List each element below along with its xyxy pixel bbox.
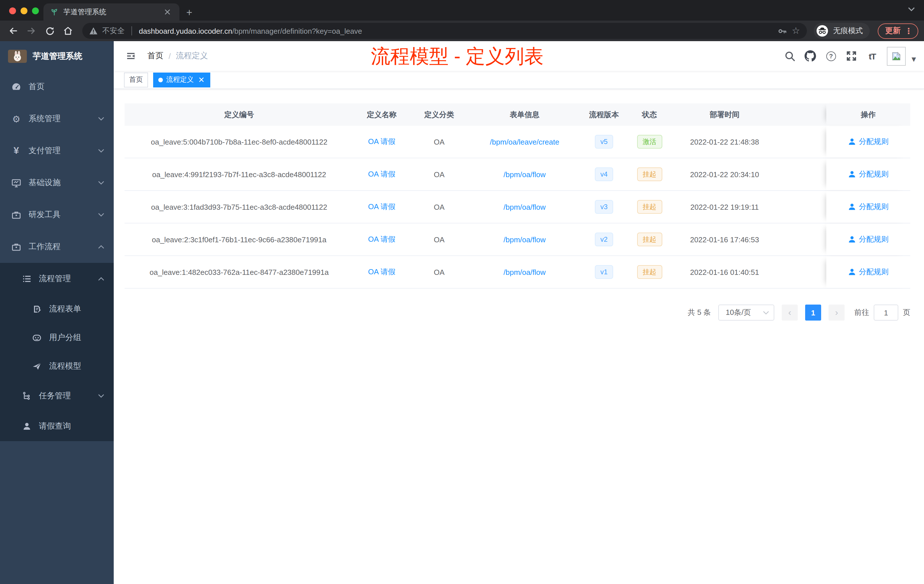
bookmark-star-icon[interactable]: ☆ (792, 26, 800, 35)
window-minimize-button[interactable] (21, 7, 27, 14)
sidebar-item-user-group[interactable]: 用户分组 (0, 323, 114, 352)
browser-tab[interactable]: 芋道管理系统 (43, 3, 180, 21)
page-annotation-title: 流程模型 - 定义列表 (371, 43, 543, 70)
page-size-value: 10条/页 (726, 307, 751, 318)
sidebar-item-label: 用户分组 (49, 333, 105, 343)
breadcrumb-home[interactable]: 首页 (147, 51, 163, 61)
deploy-time: 2022-01-22 21:48:38 (672, 137, 778, 146)
breadcrumb: 首页 / 流程定义 (147, 51, 208, 61)
sprout-favicon-icon (49, 7, 59, 17)
active-dot (158, 78, 163, 82)
form-link[interactable]: /bpm/oa/flow (503, 170, 545, 178)
assign-rule-button[interactable]: 分配规则 (848, 169, 889, 180)
col-header-category: 定义分类 (410, 109, 469, 120)
incognito-label: 无痕模式 (833, 26, 863, 36)
caret-down-icon[interactable]: ▼ (912, 56, 916, 62)
definition-name-link[interactable]: OA 请假 (368, 137, 395, 146)
back-button[interactable] (6, 23, 21, 38)
col-header-status: 状态 (627, 109, 672, 120)
definition-id: oa_leave:5:004b710b-7b8a-11ec-8ef0-acde4… (125, 137, 354, 146)
sidebar-item-label: 流程表单 (49, 304, 105, 314)
tag-label: 首页 (129, 75, 143, 84)
incognito-icon (816, 25, 828, 37)
sidebar-item-system[interactable]: ⚙ 系统管理 (0, 103, 114, 135)
sidebar-item-label: 请假查询 (39, 421, 105, 431)
tag-process-definition[interactable]: 流程定义 (153, 72, 210, 87)
version-badge: v3 (595, 200, 613, 214)
col-header-version: 流程版本 (581, 109, 627, 120)
help-icon[interactable]: ? (825, 50, 837, 62)
window-zoom-button[interactable] (32, 7, 39, 14)
col-header-name: 定义名称 (354, 109, 410, 120)
form-link[interactable]: /bpm/oa/leave/create (490, 137, 559, 146)
form-link[interactable]: /bpm/oa/flow (503, 203, 545, 211)
search-icon[interactable] (784, 50, 796, 62)
sidebar-item-payment[interactable]: ¥ 支付管理 (0, 135, 114, 167)
tag-close-icon[interactable] (197, 76, 205, 84)
address-bar[interactable]: 不安全 dashboard.yudao.iocoder.cn/bpm/manag… (82, 23, 807, 39)
tab-close-icon[interactable] (165, 9, 174, 15)
user-bust-icon (848, 268, 856, 276)
sidebar-item-devtools[interactable]: 研发工具 (0, 199, 114, 231)
url-path: /bpm/manager/definition?key=oa_leave (232, 26, 362, 35)
select-caret-icon (763, 310, 769, 315)
prev-page-button[interactable]: ‹ (782, 305, 798, 320)
new-tab-button[interactable]: + (186, 7, 192, 18)
fullscreen-icon[interactable] (846, 50, 858, 62)
tags-view-bar: 首页 流程定义 (114, 71, 924, 89)
tag-home[interactable]: 首页 (124, 72, 148, 87)
form-link[interactable]: /bpm/oa/flow (503, 268, 545, 276)
url-text[interactable]: dashboard.yudao.iocoder.cn/bpm/manager/d… (139, 26, 773, 35)
goto-page-input[interactable] (874, 305, 898, 320)
definition-name-link[interactable]: OA 请假 (368, 202, 395, 211)
assign-rule-button[interactable]: 分配规则 (848, 137, 889, 147)
sidebar-item-leave-query[interactable]: 请假查询 (0, 411, 114, 441)
warning-triangle-icon[interactable] (89, 27, 98, 35)
status-badge: 挂起 (637, 265, 662, 279)
window-close-button[interactable] (9, 7, 16, 14)
sidebar-item-process-management[interactable]: 流程管理 (0, 263, 114, 295)
toolbox-icon (12, 210, 21, 220)
definition-name-link[interactable]: OA 请假 (368, 170, 395, 178)
page-size-select[interactable]: 10条/页 (718, 305, 774, 320)
sidebar-item-process-form[interactable]: 流程表单 (0, 295, 114, 323)
forward-button[interactable] (24, 23, 39, 38)
sidebar-item-process-model[interactable]: 流程模型 (0, 352, 114, 381)
assign-rule-button[interactable]: 分配规则 (848, 234, 889, 244)
home-button[interactable] (61, 23, 76, 38)
tab-search-chevron-icon[interactable] (908, 6, 916, 12)
sidebar-item-home[interactable]: 首页 (0, 71, 114, 103)
definition-name-link[interactable]: OA 请假 (368, 235, 395, 243)
workflow-submenu: 流程管理 流程表单 用户分组 (0, 263, 114, 441)
sidebar-logo-row[interactable]: 芋道管理系统 (0, 41, 114, 71)
browser-menu-icon[interactable]: ⋮ (904, 26, 912, 35)
gear-icon: ⚙ (12, 114, 21, 124)
definition-id: oa_leave:1:482ec033-762a-11ec-8477-a2380… (125, 268, 354, 276)
list-icon (22, 274, 31, 284)
monitor-icon (12, 178, 21, 188)
user-avatar[interactable] (887, 46, 906, 66)
browser-update-button[interactable]: 更新 ⋮ (878, 23, 918, 39)
reload-button[interactable] (42, 23, 57, 38)
yen-icon: ¥ (12, 146, 21, 156)
sidebar-item-workflow[interactable]: 工作流程 (0, 231, 114, 263)
sidebar-item-task-management[interactable]: 任务管理 (0, 381, 114, 411)
definition-category: OA (410, 235, 469, 244)
app-logo-avatar (8, 49, 27, 63)
definition-name-link[interactable]: OA 请假 (368, 267, 395, 276)
key-icon[interactable] (777, 26, 787, 36)
github-icon[interactable] (805, 50, 816, 62)
incognito-badge: 无痕模式 (814, 23, 870, 39)
app-window: 芋道管理系统 首页 ⚙ 系统管理 ¥ 支付管理 (0, 41, 924, 584)
assign-rule-button[interactable]: 分配规则 (848, 267, 889, 277)
broken-image-icon (892, 51, 901, 61)
sidebar-item-infrastructure[interactable]: 基础设施 (0, 167, 114, 199)
assign-rule-button[interactable]: 分配规则 (848, 202, 889, 212)
definition-category: OA (410, 268, 469, 276)
definition-category: OA (410, 203, 469, 211)
current-page-button[interactable]: 1 (805, 305, 821, 320)
hamburger-icon[interactable] (126, 51, 136, 61)
form-link[interactable]: /bpm/oa/flow (503, 235, 545, 244)
font-size-icon[interactable]: tT (866, 50, 878, 62)
next-page-button[interactable]: › (828, 305, 845, 320)
